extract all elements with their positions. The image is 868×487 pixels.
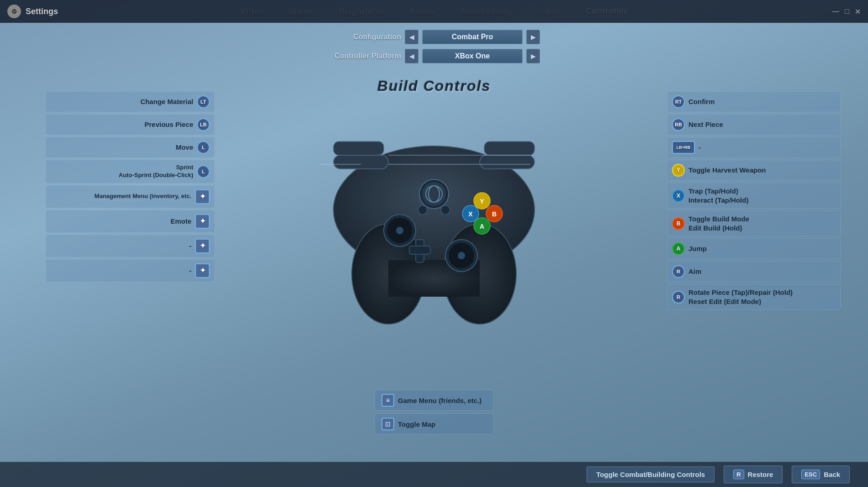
svg-point-21 xyxy=(441,205,450,215)
platform-prev-button[interactable]: ◀ xyxy=(405,49,418,63)
badge-r-2: R xyxy=(672,291,685,304)
svg-point-17 xyxy=(458,252,465,259)
binding-label-confirm: Confirm xyxy=(688,97,715,106)
back-button[interactable]: ESC Back xyxy=(792,466,850,483)
main-content: Build Controls ⚔ xyxy=(0,64,868,462)
titlebar-left: ⚙ Settings xyxy=(7,5,58,18)
back-key: ESC xyxy=(801,470,820,479)
config-prev-button[interactable]: ◀ xyxy=(405,30,418,44)
binding-label-game-menu: Game Menu (friends, etc.) xyxy=(398,397,482,404)
binding-label-change-material: Change Material xyxy=(140,97,193,106)
config-row-configuration: Configuration ◀ Combat Pro ▶ xyxy=(328,30,540,44)
binding-label-lb-rb: - xyxy=(699,143,701,152)
config-next-button[interactable]: ▶ xyxy=(526,30,540,44)
right-bindings-panel: RT Confirm RB Next Piece LB+RB - Y Toggl… xyxy=(667,91,841,310)
badge-b-1: B xyxy=(672,217,685,230)
binding-label-dash-2: - xyxy=(189,266,191,275)
minimize-button[interactable]: — xyxy=(832,7,839,16)
badge-dpad-1: ✦ xyxy=(195,214,210,229)
badge-lb-1: LB xyxy=(197,118,210,131)
close-button[interactable]: ✕ xyxy=(855,7,861,16)
binding-label-toggle-harvest: Toggle Harvest Weapon xyxy=(688,166,766,175)
svg-text:X: X xyxy=(468,210,473,218)
binding-previous-piece[interactable]: Previous Piece LB xyxy=(46,114,215,135)
svg-point-20 xyxy=(418,205,427,215)
binding-game-menu[interactable]: ≡ Game Menu (friends, etc.) xyxy=(375,390,493,411)
binding-label-next-piece: Next Piece xyxy=(688,120,723,129)
binding-toggle-map[interactable]: ⊡ Toggle Map xyxy=(375,414,493,435)
binding-emote[interactable]: Emote ✦ xyxy=(46,210,215,233)
binding-dash-1[interactable]: - ✦ xyxy=(46,235,215,257)
svg-rect-6 xyxy=(480,155,535,169)
binding-label-emote: Emote xyxy=(170,217,191,226)
binding-dash-2[interactable]: - ✦ xyxy=(46,259,215,282)
binding-label-trap: Trap (Tap/Hold)Interact (Tap/Hold) xyxy=(688,187,748,204)
restore-key: R xyxy=(733,470,744,479)
config-row-platform: Controller Platform ◀ XBox One ▶ xyxy=(328,49,540,63)
binding-jump[interactable]: A Jump xyxy=(667,238,841,259)
binding-label-management: Management Menu (inventory, etc. xyxy=(95,193,191,200)
config-value: Combat Pro xyxy=(422,30,523,44)
badge-dpad-3: ✦ xyxy=(195,263,210,278)
badge-l-1: L xyxy=(197,141,210,154)
binding-label-dash-1: - xyxy=(189,241,191,251)
config-area: Configuration ◀ Combat Pro ▶ Controller … xyxy=(328,30,540,63)
badge-lt-1: LT xyxy=(197,95,210,108)
binding-rotate-piece[interactable]: R Rotate Piece (Tap)/Repair (Hold)Reset … xyxy=(667,284,841,310)
restore-button[interactable]: □ xyxy=(845,7,849,16)
svg-text:Y: Y xyxy=(480,198,484,205)
binding-management-menu[interactable]: Management Menu (inventory, etc. ✦ xyxy=(46,185,215,208)
binding-label-rotate: Rotate Piece (Tap)/Repair (Hold)Reset Ed… xyxy=(688,288,793,306)
svg-text:B: B xyxy=(492,210,497,218)
binding-label-jump: Jump xyxy=(688,244,707,253)
toggle-combat-building-button[interactable]: Toggle Combat/Building Controls xyxy=(587,466,715,482)
badge-rt-1: RT xyxy=(672,95,685,108)
controller-image: Y X B A xyxy=(320,96,548,347)
badge-dpad-2: ✦ xyxy=(195,239,210,253)
badge-a-1: A xyxy=(672,242,685,255)
binding-sprint[interactable]: SprintAuto-Sprint (Double-Click) L xyxy=(46,160,215,183)
svg-rect-4 xyxy=(333,155,388,169)
titlebar: ⚙ Settings — □ ✕ xyxy=(0,0,868,23)
binding-label-previous-piece: Previous Piece xyxy=(144,120,193,129)
binding-label-move: Move xyxy=(176,143,193,152)
app-title: Settings xyxy=(26,7,58,16)
binding-change-material[interactable]: Change Material LT xyxy=(46,91,215,112)
binding-label-toggle-build: Toggle Build ModeEdit Build (Hold) xyxy=(688,215,749,232)
binding-next-piece[interactable]: RB Next Piece xyxy=(667,114,841,135)
build-controls-title: Build Controls xyxy=(377,78,491,94)
badge-lb-rb: LB+RB xyxy=(672,141,695,154)
badge-r-1: R xyxy=(672,265,685,278)
window-controls: — □ ✕ xyxy=(832,7,861,16)
binding-label-aim: Aim xyxy=(688,267,701,276)
binding-move[interactable]: Move L xyxy=(46,137,215,158)
binding-aim[interactable]: R Aim xyxy=(667,261,841,282)
back-label: Back xyxy=(824,471,840,478)
settings-icon: ⚙ xyxy=(7,5,21,18)
footer: Toggle Combat/Building Controls R Restor… xyxy=(0,462,868,487)
binding-confirm[interactable]: RT Confirm xyxy=(667,91,841,112)
platform-value: XBox One xyxy=(422,49,523,63)
binding-toggle-harvest[interactable]: Y Toggle Harvest Weapon xyxy=(667,160,841,181)
svg-rect-19 xyxy=(409,246,430,254)
config-label: Configuration xyxy=(328,33,401,41)
platform-label: Controller Platform xyxy=(328,52,401,60)
badge-x-1: X xyxy=(672,189,685,202)
svg-rect-7 xyxy=(484,141,535,155)
badge-l-2: L xyxy=(197,165,210,178)
left-bindings-panel: Change Material LT Previous Piece LB Mov… xyxy=(46,91,215,282)
svg-point-14 xyxy=(396,227,403,234)
badge-y-1: Y xyxy=(672,164,685,177)
binding-toggle-build[interactable]: B Toggle Build ModeEdit Build (Hold) xyxy=(667,210,841,236)
restore-button[interactable]: R Restore xyxy=(724,466,783,483)
platform-next-button[interactable]: ▶ xyxy=(526,49,540,63)
svg-text:A: A xyxy=(480,223,484,230)
bottom-bindings: ≡ Game Menu (friends, etc.) ⊡ Toggle Map xyxy=(375,390,493,435)
binding-lb-rb[interactable]: LB+RB - xyxy=(667,137,841,158)
badge-plus-1: ✦ xyxy=(195,189,210,204)
menu-icon: ≡ xyxy=(381,394,394,407)
restore-label: Restore xyxy=(748,471,773,478)
badge-rb-1: RB xyxy=(672,118,685,131)
binding-trap-interact[interactable]: X Trap (Tap/Hold)Interact (Tap/Hold) xyxy=(667,183,841,209)
binding-label-toggle-map: Toggle Map xyxy=(398,420,435,428)
